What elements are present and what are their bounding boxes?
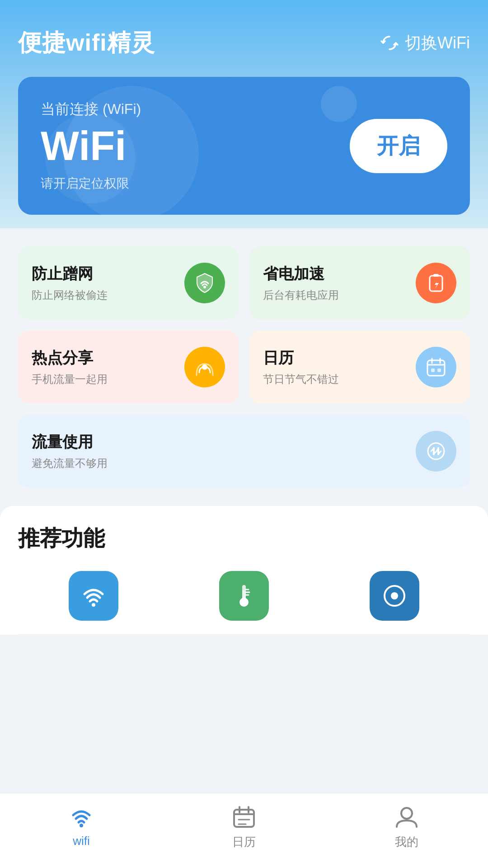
feature-desc-calendar: 节日节气不错过 [263,372,408,387]
feature-card-text-traffic: 流量使用 避免流量不够用 [32,432,408,471]
feature-card-text: 防止蹭网 防止网络被偷连 [32,264,177,302]
traffic-icon [416,431,456,472]
feature-card-power-save[interactable]: 省电加速 后台有耗电应用 [249,246,470,320]
nav-profile-icon [394,804,419,830]
nav-label-profile: 我的 [395,834,418,850]
nav-label-wifi: wifi [73,834,90,848]
rec-item-circle-dot[interactable] [370,571,419,621]
wifi-card-subtitle: 当前连接 (WiFi) [41,99,141,119]
feature-title-traffic: 流量使用 [32,432,408,453]
recommended-icons-row [18,571,470,635]
feature-card-hotspot[interactable]: 热点分享 手机流量一起用 [18,330,239,404]
nav-spacer [18,635,470,707]
card-decoration-circle3 [321,86,357,122]
wifi-card-info: 当前连接 (WiFi) WiFi 请开启定位权限 [41,99,141,192]
open-button[interactable]: 开启 [350,119,447,173]
rec-circle-dot-icon [370,571,419,621]
nav-item-profile[interactable]: 我的 [394,804,419,850]
nav-calendar-icon [231,804,257,830]
nav-item-calendar[interactable]: 日历 [231,804,257,850]
wifi-name: WiFi [41,124,141,169]
svg-rect-2 [433,274,439,277]
app-title: 便捷wifi精灵 [18,27,155,59]
svg-point-27 [401,808,412,819]
svg-rect-4 [427,360,445,376]
switch-wifi-label: 切换WiFi [405,32,470,54]
svg-point-11 [92,603,95,607]
calendar-icon [416,347,456,387]
switch-icon [380,33,399,53]
feature-desc-hotspot: 手机流量一起用 [32,372,177,387]
bottom-navigation: wifi 日历 我的 [0,793,488,868]
rec-item-thermometer[interactable] [219,571,269,621]
feature-title-calendar: 日历 [263,348,408,368]
feature-desc-anti-freeload: 防止网络被偷连 [32,288,177,302]
feature-card-traffic[interactable]: 流量使用 避免流量不够用 [18,415,470,488]
svg-point-19 [391,592,398,599]
rec-wifi-icon [69,571,118,621]
feature-desc-traffic: 避免流量不够用 [32,456,408,471]
anti-freeload-icon [184,263,225,303]
power-save-icon [416,263,456,303]
rec-thermometer-icon [219,571,269,621]
svg-rect-8 [431,368,435,372]
feature-title-hotspot: 热点分享 [32,348,177,368]
wifi-hint: 请开启定位权限 [41,175,141,192]
feature-card-text-power: 省电加速 后台有耗电应用 [263,264,408,302]
header: 便捷wifi精灵 切换WiFi 当前连接 (WiFi) WiFi 请开启定位权限… [0,0,488,228]
rec-item-wifi[interactable] [69,571,118,621]
feature-title-anti-freeload: 防止蹭网 [32,264,177,284]
svg-point-0 [203,286,206,288]
feature-card-anti-freeload[interactable]: 防止蹭网 防止网络被偷连 [18,246,239,320]
recommended-section: 推荐功能 [0,506,488,635]
feature-title-power-save: 省电加速 [263,264,408,284]
feature-desc-power-save: 后台有耗电应用 [263,288,408,302]
recommended-title: 推荐功能 [18,524,470,553]
svg-point-20 [80,824,83,827]
main-content: 防止蹭网 防止网络被偷连 省电加速 后台有耗电应用 [0,228,488,725]
feature-card-text-hotspot: 热点分享 手机流量一起用 [32,348,177,387]
nav-item-wifi[interactable]: wifi [69,804,94,850]
feature-card-calendar[interactable]: 日历 节日节气不错过 [249,330,470,404]
wifi-status-card: 当前连接 (WiFi) WiFi 请开启定位权限 开启 [18,77,470,215]
svg-rect-9 [437,368,441,372]
nav-wifi-icon [69,804,94,830]
switch-wifi-button[interactable]: 切换WiFi [380,32,470,54]
hotspot-icon [184,347,225,387]
feature-grid: 防止蹭网 防止网络被偷连 省电加速 后台有耗电应用 [18,246,470,404]
feature-card-text-calendar: 日历 节日节气不错过 [263,348,408,387]
nav-label-calendar: 日历 [232,834,256,850]
